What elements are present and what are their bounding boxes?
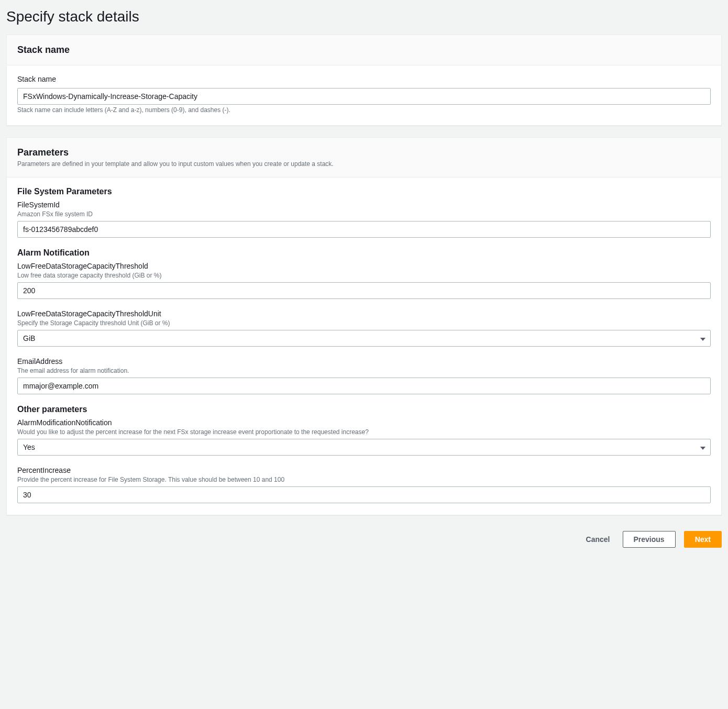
alarm-mod-hint: Would you like to adjust the percent inc… (17, 428, 711, 436)
stack-name-card-header: Stack name (7, 35, 721, 65)
threshold-unit-field: LowFreeDataStorageCapacityThresholdUnit … (17, 309, 711, 347)
stack-name-card: Stack name Stack name Stack name can inc… (6, 35, 722, 126)
percent-increase-field: PercentIncrease Provide the percent incr… (17, 466, 711, 503)
previous-button[interactable]: Previous (623, 531, 676, 548)
threshold-unit-select-wrap: GiB (17, 330, 711, 347)
threshold-field: LowFreeDataStorageCapacityThreshold Low … (17, 262, 711, 299)
stack-name-card-title: Stack name (17, 45, 711, 56)
cancel-button[interactable]: Cancel (582, 531, 614, 548)
parameters-card-header: Parameters Parameters are defined in you… (7, 138, 721, 178)
section-heading-alarm: Alarm Notification (17, 248, 711, 258)
section-heading-filesystem: File System Parameters (17, 187, 711, 196)
parameters-card: Parameters Parameters are defined in you… (6, 137, 722, 515)
page-container: Specify stack details Stack name Stack n… (2, 2, 726, 557)
alarm-mod-field: AlarmModificationNotification Would you … (17, 418, 711, 456)
threshold-unit-hint: Specify the Storage Capacity threshold U… (17, 319, 711, 327)
email-field: EmailAddress The email address for alarm… (17, 357, 711, 394)
filesystemid-hint: Amazon FSx file system ID (17, 211, 711, 218)
parameters-card-title: Parameters (17, 147, 711, 158)
stack-name-hint: Stack name can include letters (A-Z and … (17, 106, 711, 114)
wizard-footer: Cancel Previous Next (6, 527, 722, 548)
alarm-mod-select-wrap: Yes (17, 439, 711, 456)
stack-name-label: Stack name (17, 75, 711, 83)
filesystemid-input[interactable] (17, 221, 711, 238)
threshold-unit-label: LowFreeDataStorageCapacityThresholdUnit (17, 309, 711, 318)
parameters-card-subtext: Parameters are defined in your template … (17, 160, 711, 168)
parameters-card-body: File System Parameters FileSystemId Amaz… (7, 178, 721, 515)
threshold-hint: Low free data storage capacity threshold… (17, 272, 711, 279)
threshold-input[interactable] (17, 282, 711, 299)
stack-name-card-body: Stack name Stack name can include letter… (7, 65, 721, 125)
threshold-label: LowFreeDataStorageCapacityThreshold (17, 262, 711, 270)
page-title: Specify stack details (6, 4, 722, 35)
email-hint: The email address for alarm notification… (17, 367, 711, 374)
email-label: EmailAddress (17, 357, 711, 365)
filesystemid-label: FileSystemId (17, 201, 711, 209)
next-button[interactable]: Next (684, 531, 722, 548)
percent-increase-input[interactable] (17, 486, 711, 503)
threshold-unit-select[interactable]: GiB (17, 330, 711, 347)
alarm-mod-label: AlarmModificationNotification (17, 418, 711, 427)
section-heading-other: Other parameters (17, 405, 711, 414)
percent-increase-hint: Provide the percent increase for File Sy… (17, 476, 711, 483)
alarm-mod-select[interactable]: Yes (17, 439, 711, 456)
stack-name-field: Stack name Stack name can include letter… (17, 75, 711, 114)
filesystemid-field: FileSystemId Amazon FSx file system ID (17, 201, 711, 238)
email-input[interactable] (17, 378, 711, 394)
stack-name-input[interactable] (17, 88, 711, 105)
percent-increase-label: PercentIncrease (17, 466, 711, 474)
